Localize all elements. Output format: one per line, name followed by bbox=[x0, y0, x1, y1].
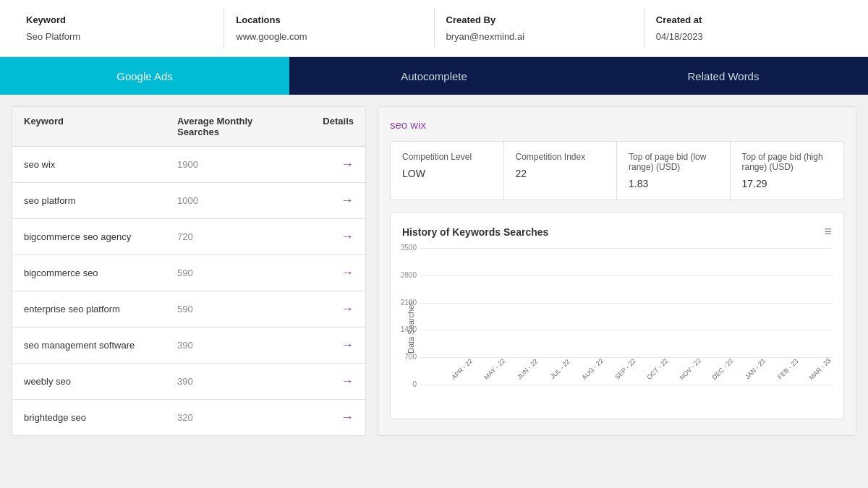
bar-group: APR - 22 bbox=[446, 364, 474, 385]
table-rows-container: seo wix 1900 → seo platform 1000 → bigco… bbox=[12, 147, 365, 435]
locations-value: www.google.com bbox=[236, 31, 422, 42]
table-row[interactable]: enterprise seo platform 590 → bbox=[12, 291, 365, 328]
bar-label: JAN - 23 bbox=[744, 358, 775, 389]
chart-grid: 35002800210014007000APR - 22MAY - 22JUN … bbox=[420, 248, 832, 407]
bar-group: NOV - 22 bbox=[673, 364, 702, 385]
cell-searches: 1900 bbox=[177, 159, 292, 170]
keywords-table: Keyword Average Monthly Searches Details… bbox=[12, 106, 366, 436]
col-header-searches: Average Monthly Searches bbox=[177, 116, 292, 137]
chart-title-row: History of Keywords Searches ≡ bbox=[402, 224, 832, 239]
table-row[interactable]: seo platform 1000 → bbox=[12, 183, 365, 219]
table-row[interactable]: seo management software 390 → bbox=[12, 328, 365, 364]
created-at-label: Created at bbox=[656, 14, 842, 25]
cell-searches: 320 bbox=[177, 412, 292, 423]
detail-arrow-icon[interactable]: → bbox=[341, 193, 354, 207]
grid-label: 0 bbox=[393, 380, 417, 388]
cell-keyword: bigcommerce seo agency bbox=[24, 231, 177, 242]
cell-searches: 390 bbox=[177, 376, 292, 387]
metric-label: Competition Level bbox=[402, 152, 492, 162]
table-row[interactable]: seo wix 1900 → bbox=[12, 147, 365, 183]
cell-searches: 590 bbox=[177, 267, 292, 278]
cell-keyword: seo platform bbox=[24, 195, 177, 206]
cell-details[interactable]: → bbox=[292, 410, 354, 425]
col-header-details: Details bbox=[292, 116, 354, 137]
detail-arrow-icon[interactable]: → bbox=[341, 410, 354, 424]
detail-arrow-icon[interactable]: → bbox=[341, 157, 354, 171]
created-by-cell: Created By bryan@nexmind.ai bbox=[435, 9, 644, 48]
locations-label: Locations bbox=[236, 14, 422, 25]
cell-details[interactable]: → bbox=[292, 193, 354, 208]
chart-title: History of Keywords Searches bbox=[402, 226, 548, 238]
created-at-cell: Created at 04/18/2023 bbox=[644, 9, 854, 48]
bar-group: JUL - 22 bbox=[543, 364, 571, 385]
cell-keyword: brightedge seo bbox=[24, 412, 177, 423]
table-header: Keyword Average Monthly Searches Details bbox=[12, 107, 365, 147]
detail-arrow-icon[interactable]: → bbox=[341, 338, 354, 352]
chart-inner: 35002800210014007000APR - 22MAY - 22JUN … bbox=[420, 248, 832, 407]
created-by-label: Created By bbox=[446, 14, 632, 25]
grid-label: 2100 bbox=[393, 299, 417, 307]
bar-label: SEP - 22 bbox=[613, 357, 645, 389]
created-at-value: 04/18/2023 bbox=[656, 31, 842, 42]
metric-label: Competition Index bbox=[516, 152, 605, 162]
bar-group: FEB - 23 bbox=[771, 364, 799, 385]
cell-details[interactable]: → bbox=[292, 265, 354, 281]
tab-google-ads[interactable]: Google Ads bbox=[0, 57, 289, 95]
detail-inner: seo wix Competition Level LOW Competitio… bbox=[378, 107, 856, 431]
bar-group: SEP - 22 bbox=[608, 364, 637, 385]
cell-details[interactable]: → bbox=[292, 229, 354, 244]
keyword-value: Seo Platform bbox=[26, 31, 212, 42]
locations-cell: Locations www.google.com bbox=[224, 9, 434, 48]
cell-searches: 590 bbox=[177, 304, 292, 314]
cell-searches: 720 bbox=[177, 231, 292, 242]
metric-cell-2: Top of page bid (low range) (USD) 1.83 bbox=[617, 142, 731, 200]
bar-label: MAR - 23 bbox=[808, 357, 841, 390]
metric-value: LOW bbox=[402, 168, 492, 179]
cell-keyword: bigcommerce seo bbox=[24, 267, 177, 278]
grid-label: 1400 bbox=[393, 325, 417, 333]
cell-keyword: seo wix bbox=[24, 159, 177, 170]
detail-arrow-icon[interactable]: → bbox=[341, 265, 354, 280]
grid-label: 700 bbox=[393, 353, 417, 361]
metric-cell-3: Top of page bid (high range) (USD) 17.29 bbox=[731, 142, 844, 200]
detail-arrow-icon[interactable]: → bbox=[341, 374, 354, 388]
bar-label: JUL - 22 bbox=[549, 358, 579, 388]
bar-group: AUG - 22 bbox=[576, 364, 604, 385]
metric-cell-1: Competition Index 22 bbox=[504, 142, 618, 200]
table-row[interactable]: bigcommerce seo agency 720 → bbox=[12, 219, 365, 255]
tab-autocomplete[interactable]: Autocomplete bbox=[289, 57, 579, 95]
bar-group: MAY - 22 bbox=[478, 364, 506, 385]
main-content: Keyword Average Monthly Searches Details… bbox=[0, 95, 868, 448]
table-row[interactable]: brightedge seo 320 → bbox=[12, 400, 365, 435]
keyword-cell: Keyword Seo Platform bbox=[14, 9, 224, 48]
chart-container: Data Searches 35002800210014007000APR - … bbox=[402, 248, 832, 407]
bar-label: JUN - 22 bbox=[516, 357, 547, 388]
metric-cell-0: Competition Level LOW bbox=[391, 142, 504, 200]
cell-details[interactable]: → bbox=[292, 157, 354, 172]
created-by-value: bryan@nexmind.ai bbox=[446, 31, 632, 42]
table-row[interactable]: bigcommerce seo 590 → bbox=[12, 255, 365, 291]
grid-label: 2800 bbox=[393, 271, 417, 279]
metric-label: Top of page bid (low range) (USD) bbox=[629, 152, 718, 172]
cell-details[interactable]: → bbox=[292, 301, 354, 317]
metrics-grid: Competition Level LOW Competition Index … bbox=[390, 141, 844, 200]
chart-section: History of Keywords Searches ≡ Data Sear… bbox=[390, 212, 844, 419]
bar-group: JUN - 22 bbox=[511, 364, 539, 385]
detail-arrow-icon[interactable]: → bbox=[341, 301, 354, 316]
grid-label: 3500 bbox=[393, 244, 417, 252]
cell-searches: 1000 bbox=[177, 195, 292, 206]
metric-value: 22 bbox=[516, 168, 605, 179]
detail-arrow-icon[interactable]: → bbox=[341, 229, 354, 244]
cell-details[interactable]: → bbox=[292, 374, 354, 389]
chart-menu-icon[interactable]: ≡ bbox=[824, 224, 832, 239]
cell-keyword: seo management software bbox=[24, 340, 177, 351]
tab-related-words[interactable]: Related Words bbox=[579, 57, 868, 95]
tabs-bar: Google Ads Autocomplete Related Words bbox=[0, 57, 868, 95]
cell-details[interactable]: → bbox=[292, 338, 354, 353]
keyword-label: Keyword bbox=[26, 14, 212, 25]
cell-keyword: weebly seo bbox=[24, 376, 177, 387]
header-bar: Keyword Seo Platform Locations www.googl… bbox=[0, 0, 868, 57]
bar-label: FEB - 23 bbox=[776, 357, 807, 388]
cell-searches: 390 bbox=[177, 340, 292, 351]
table-row[interactable]: weebly seo 390 → bbox=[12, 364, 365, 400]
